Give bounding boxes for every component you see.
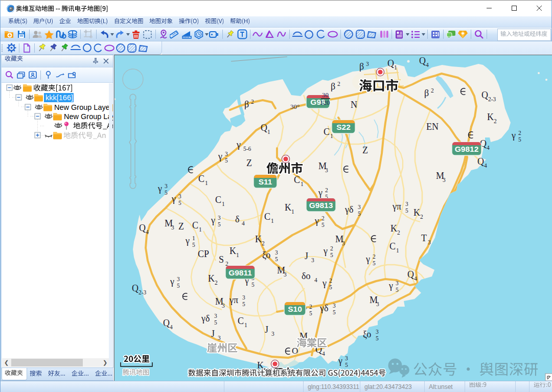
svg-text:Q: Q xyxy=(387,58,394,68)
svg-text:4: 4 xyxy=(242,220,245,226)
svg-text:30°: 30° xyxy=(290,103,300,110)
svg-text:Q: Q xyxy=(477,156,484,167)
svg-text:5: 5 xyxy=(405,207,408,214)
svg-text:γ: γ xyxy=(322,278,327,288)
svg-text:1: 1 xyxy=(301,181,304,187)
svg-text:K: K xyxy=(413,207,420,218)
svg-text:C: C xyxy=(192,220,198,230)
svg-text:CP: CP xyxy=(198,249,209,259)
svg-text:3: 3 xyxy=(284,271,287,278)
svg-text:G9811: G9811 xyxy=(228,268,252,277)
svg-text:1: 1 xyxy=(199,226,202,233)
svg-text:30: 30 xyxy=(322,91,329,99)
svg-text:2: 2 xyxy=(325,187,328,193)
svg-text:N: N xyxy=(351,100,357,110)
svg-text:γ: γ xyxy=(318,188,323,198)
svg-text:3: 3 xyxy=(275,249,278,256)
svg-text:2: 2 xyxy=(330,245,333,251)
svg-text:5: 5 xyxy=(177,283,180,289)
svg-text:1: 1 xyxy=(291,209,294,215)
svg-text:γ: γ xyxy=(388,281,393,291)
svg-text:C: C xyxy=(264,212,270,222)
svg-text:J: J xyxy=(211,329,215,339)
svg-text:2: 2 xyxy=(309,304,312,310)
svg-text:5: 5 xyxy=(321,222,325,228)
svg-text:3: 3 xyxy=(428,239,431,245)
svg-text:3: 3 xyxy=(376,329,379,335)
svg-text:2: 2 xyxy=(262,240,265,246)
svg-text:C: C xyxy=(198,174,204,184)
svg-text:2: 2 xyxy=(431,87,434,94)
svg-text:1: 1 xyxy=(271,218,274,224)
svg-text:γ: γ xyxy=(211,215,215,225)
svg-text:3: 3 xyxy=(443,177,446,183)
svg-text:2-3: 2-3 xyxy=(488,96,496,102)
svg-text:γ: γ xyxy=(314,216,319,226)
svg-text:5: 5 xyxy=(396,287,399,293)
svg-text:3: 3 xyxy=(242,294,245,301)
svg-text:5: 5 xyxy=(373,260,376,266)
svg-text:K: K xyxy=(255,234,262,244)
svg-text:4: 4 xyxy=(170,324,173,330)
svg-text:2: 2 xyxy=(373,253,376,260)
svg-text:γδ: γδ xyxy=(344,204,353,215)
svg-text:3: 3 xyxy=(342,240,345,246)
svg-text:4: 4 xyxy=(487,145,490,151)
svg-text:5: 5 xyxy=(275,256,278,262)
svg-text:3: 3 xyxy=(178,193,181,199)
svg-text:γ: γ xyxy=(236,140,241,150)
svg-text:5: 5 xyxy=(329,284,332,290)
svg-text:K: K xyxy=(208,273,215,284)
svg-text:Q: Q xyxy=(407,269,414,280)
svg-text:C: C xyxy=(215,195,221,205)
svg-text:5: 5 xyxy=(178,200,181,206)
svg-text:C: C xyxy=(389,241,396,251)
svg-text:γδ: γδ xyxy=(201,313,210,324)
svg-text:3: 3 xyxy=(366,61,369,67)
svg-text:3: 3 xyxy=(405,201,408,207)
svg-text:120: 120 xyxy=(320,99,330,106)
svg-text:2: 2 xyxy=(251,99,254,105)
svg-text:δ: δ xyxy=(235,214,239,224)
svg-text:1: 1 xyxy=(396,247,399,253)
svg-text:1: 1 xyxy=(192,235,195,241)
svg-text:C: C xyxy=(324,127,330,137)
svg-text:2: 2 xyxy=(494,118,497,124)
svg-text:γπ: γπ xyxy=(392,201,401,212)
svg-text:3: 3 xyxy=(214,313,217,319)
svg-text:4: 4 xyxy=(484,163,487,169)
svg-text:S22: S22 xyxy=(336,123,351,131)
svg-text:5: 5 xyxy=(345,362,348,368)
svg-text:1: 1 xyxy=(205,180,208,186)
svg-text:3: 3 xyxy=(225,151,228,157)
svg-text:γ: γ xyxy=(157,183,162,194)
svg-text:3: 3 xyxy=(218,335,221,341)
svg-text:5: 5 xyxy=(333,309,336,315)
svg-text:EN: EN xyxy=(426,122,439,132)
svg-text:New Group Lay: New Group Lay xyxy=(64,112,113,121)
svg-text:1: 1 xyxy=(236,252,239,258)
svg-text:2: 2 xyxy=(337,81,340,87)
svg-text:Z: Z xyxy=(362,145,368,155)
svg-text:1: 1 xyxy=(267,129,270,135)
svg-text:β: β xyxy=(331,81,335,91)
svg-text:kkk[166]: kkk[166] xyxy=(45,94,73,102)
svg-text:5: 5 xyxy=(518,136,521,143)
svg-text:3: 3 xyxy=(396,280,399,286)
svg-text:2: 2 xyxy=(215,280,218,286)
svg-text:5: 5 xyxy=(376,335,379,341)
svg-text:2-3: 2-3 xyxy=(139,289,147,295)
svg-text:γπ: γπ xyxy=(229,295,238,305)
svg-text:4: 4 xyxy=(426,62,429,68)
svg-text:5-6: 5-6 xyxy=(243,146,251,152)
svg-text:J: J xyxy=(265,325,268,335)
svg-text:S: S xyxy=(219,255,224,265)
svg-text:1: 1 xyxy=(222,201,225,207)
svg-text:C: C xyxy=(294,175,300,185)
svg-text:5: 5 xyxy=(309,310,312,316)
svg-text:Q: Q xyxy=(132,283,139,293)
svg-text:ξο: ξο xyxy=(262,250,270,260)
svg-text:3: 3 xyxy=(218,215,221,221)
svg-text:3: 3 xyxy=(165,183,168,189)
svg-text:5: 5 xyxy=(330,252,333,258)
